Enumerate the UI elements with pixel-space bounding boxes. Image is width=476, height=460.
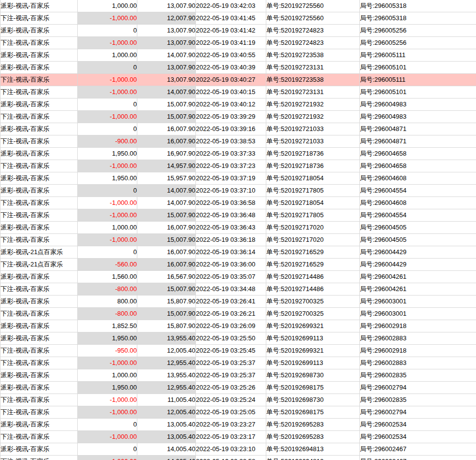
cell-balance: 15,007.90 (137, 234, 196, 246)
cell-timestamp: 2022-05-19 03:22:58 (196, 456, 266, 460)
record-row[interactable]: 派彩-视讯-百家乐 1,000.00 13,955.40 2022-05-19 … (0, 369, 476, 382)
cell-amount: 0 (78, 185, 137, 197)
cell-order-number: 单号:520192699321 (266, 320, 360, 332)
record-row[interactable]: 派彩-视讯-百家乐 0 15,007.90 2022-05-19 03:40:1… (0, 99, 476, 111)
cell-order-number: 单号:520192718054 (266, 197, 360, 209)
cell-timestamp: 2022-05-19 03:25:05 (196, 406, 266, 419)
record-row[interactable]: 下注-视讯-百家乐 -1,000.00 14,007.90 2022-05-19… (0, 197, 476, 209)
cell-timestamp: 2022-05-19 03:36:43 (196, 222, 266, 234)
record-row[interactable]: 派彩-视讯-百家乐 1,950.00 12,955.40 2022-05-19 … (0, 382, 476, 394)
cell-timestamp: 2022-05-19 03:40:39 (196, 62, 266, 74)
cell-round-number: 局号:296004658 (360, 160, 476, 172)
cell-amount: -1,000.00 (78, 12, 137, 25)
cell-order-number: 单号:520192698730 (266, 394, 360, 406)
record-row[interactable]: 派彩-视讯-百家乐 800.00 15,807.90 2022-05-19 03… (0, 296, 476, 308)
record-row[interactable]: 下注-视讯-百家乐 -1,000.00 12,005.40 2022-05-19… (0, 406, 476, 419)
cell-amount: 0 (78, 99, 137, 111)
cell-order-number: 单号:520192716529 (266, 259, 360, 271)
cell-amount: 0 (78, 123, 137, 135)
cell-amount: -900.00 (78, 135, 137, 148)
record-row[interactable]: 下注-视讯-百家乐 -1,000.00 15,007.90 2022-05-19… (0, 111, 476, 123)
record-row[interactable]: 下注-视讯-百家乐 -1,000.00 15,007.90 2022-05-19… (0, 209, 476, 222)
record-row[interactable]: 下注-视讯-百家乐 -1,000.00 12,007.90 2022-05-19… (0, 12, 476, 25)
record-row[interactable]: 派彩-视讯-百家乐 1,000.00 13,007.90 2022-05-19 … (0, 0, 476, 12)
record-row[interactable]: 派彩-视讯-百家乐 1,000.00 16,007.90 2022-05-19 … (0, 222, 476, 234)
cell-timestamp: 2022-05-19 03:41:45 (196, 12, 266, 25)
cell-round-number: 局号:296002883 (360, 332, 476, 345)
record-row[interactable]: 下注-视讯-百家乐 -900.00 16,007.90 2022-05-19 0… (0, 135, 476, 148)
cell-balance: 15,007.90 (137, 99, 196, 111)
record-row[interactable]: 派彩-视讯-百家乐 1,000.00 14,007.90 2022-05-19 … (0, 49, 476, 62)
cell-balance: 15,007.90 (137, 111, 196, 123)
cell-round-number: 局号:296005111 (360, 49, 476, 62)
record-row[interactable]: 下注-视讯-百家乐 -1,000.00 13,005.40 2022-05-19… (0, 431, 476, 443)
record-row[interactable]: 派彩-视讯-百家乐 1,852.50 15,807.90 2022-05-19 … (0, 320, 476, 332)
cell-amount: -1,000.00 (78, 394, 137, 406)
cell-balance: 15,007.90 (137, 308, 196, 320)
cell-round-number: 局号:296002918 (360, 345, 476, 357)
cell-balance: 14,957.90 (137, 160, 196, 172)
record-row[interactable]: 下注-视讯-百家乐 -800.00 15,007.90 2022-05-19 0… (0, 308, 476, 320)
record-row[interactable]: 派彩-视讯-百家乐 0 14,005.40 2022-05-19 03:23:1… (0, 443, 476, 456)
record-row[interactable]: 下注-视讯-百家乐 -1,000.00 13,007.90 2022-05-19… (0, 37, 476, 49)
record-row[interactable]: 派彩-视讯-21点百家乐 0 16,007.90 2022-05-19 03:3… (0, 246, 476, 259)
cell-timestamp: 2022-05-19 03:23:10 (196, 443, 266, 456)
cell-round-number: 局号:296005256 (360, 25, 476, 37)
record-row[interactable]: 派彩-视讯-百家乐 0 16,007.90 2022-05-19 03:39:1… (0, 123, 476, 135)
cell-transaction-type: 派彩-视讯-百家乐 (0, 172, 78, 185)
cell-timestamp: 2022-05-19 03:25:37 (196, 357, 266, 369)
cell-round-number: 局号:296005101 (360, 62, 476, 74)
cell-order-number: 单号:520192695283 (266, 419, 360, 431)
cell-transaction-type: 下注-视讯-百家乐 (0, 37, 78, 49)
record-row[interactable]: 派彩-视讯-百家乐 0 14,007.90 2022-05-19 03:37:1… (0, 185, 476, 197)
cell-balance: 12,955.40 (137, 382, 196, 394)
cell-transaction-type: 下注-视讯-百家乐 (0, 111, 78, 123)
record-row[interactable]: 下注-视讯-百家乐 -1,000.00 13,007.90 2022-05-19… (0, 74, 476, 86)
record-row[interactable]: 下注-视讯-百家乐 -1,000.00 14,005.40 2022-05-19… (0, 456, 476, 460)
cell-timestamp: 2022-05-19 03:23:17 (196, 431, 266, 443)
cell-amount: -950.00 (78, 345, 137, 357)
cell-round-number: 局号:296002794 (360, 382, 476, 394)
cell-round-number: 局号:296004983 (360, 111, 476, 123)
record-row[interactable]: 下注-视讯-百家乐 -1,000.00 12,955.40 2022-05-19… (0, 357, 476, 369)
cell-amount: -1,000.00 (78, 37, 137, 49)
record-row[interactable]: 派彩-视讯-百家乐 1,950.00 16,907.90 2022-05-19 … (0, 148, 476, 160)
record-row[interactable]: 下注-视讯-百家乐 -1,000.00 14,007.90 2022-05-19… (0, 86, 476, 99)
record-row[interactable]: 派彩-视讯-百家乐 0 13,005.40 2022-05-19 03:23:2… (0, 419, 476, 431)
record-row[interactable]: 派彩-视讯-百家乐 1,560.00 16,567.90 2022-05-19 … (0, 271, 476, 283)
cell-balance: 13,007.90 (137, 37, 196, 49)
cell-round-number: 局号:296004554 (360, 185, 476, 197)
cell-balance: 15,957.90 (137, 172, 196, 185)
record-row[interactable]: 下注-视讯-21点百家乐 -560.00 16,007.90 2022-05-1… (0, 259, 476, 271)
cell-amount: 1,852.50 (78, 320, 137, 332)
record-row[interactable]: 下注-视讯-百家乐 -1,000.00 15,007.90 2022-05-19… (0, 234, 476, 246)
cell-transaction-type: 派彩-视讯-百家乐 (0, 271, 78, 283)
cell-round-number: 局号:296004261 (360, 271, 476, 283)
cell-round-number: 局号:296002835 (360, 369, 476, 382)
cell-transaction-type: 派彩-视讯-百家乐 (0, 443, 78, 456)
record-row[interactable]: 派彩-视讯-百家乐 1,950.00 15,957.90 2022-05-19 … (0, 172, 476, 185)
record-row[interactable]: 下注-视讯-百家乐 -1,000.00 11,005.40 2022-05-19… (0, 394, 476, 406)
cell-amount: 1,950.00 (78, 332, 137, 345)
cell-timestamp: 2022-05-19 03:37:10 (196, 185, 266, 197)
cell-timestamp: 2022-05-19 03:25:26 (196, 382, 266, 394)
cell-round-number: 局号:296004429 (360, 259, 476, 271)
cell-transaction-type: 派彩-视讯-百家乐 (0, 382, 78, 394)
record-row[interactable]: 派彩-视讯-百家乐 0 13,007.90 2022-05-19 03:41:4… (0, 25, 476, 37)
cell-round-number: 局号:296002835 (360, 394, 476, 406)
record-row[interactable]: 下注-视讯-百家乐 -800.00 15,007.90 2022-05-19 0… (0, 283, 476, 296)
cell-amount: -1,000.00 (78, 234, 137, 246)
cell-transaction-type: 派彩-视讯-百家乐 (0, 296, 78, 308)
cell-order-number: 单号:520192723538 (266, 49, 360, 62)
record-row[interactable]: 派彩-视讯-百家乐 0 13,007.90 2022-05-19 03:40:3… (0, 62, 476, 74)
cell-balance: 13,955.40 (137, 332, 196, 345)
cell-amount: -560.00 (78, 259, 137, 271)
record-row[interactable]: 下注-视讯-百家乐 -1,000.00 14,957.90 2022-05-19… (0, 160, 476, 172)
cell-balance: 12,007.90 (137, 12, 196, 25)
record-row[interactable]: 派彩-视讯-百家乐 1,950.00 13,955.40 2022-05-19 … (0, 332, 476, 345)
cell-timestamp: 2022-05-19 03:26:41 (196, 296, 266, 308)
cell-round-number: 局号:296002467 (360, 456, 476, 460)
cell-timestamp: 2022-05-19 03:26:21 (196, 308, 266, 320)
cell-round-number: 局号:296004505 (360, 222, 476, 234)
record-row[interactable]: 下注-视讯-百家乐 -950.00 12,005.40 2022-05-19 0… (0, 345, 476, 357)
